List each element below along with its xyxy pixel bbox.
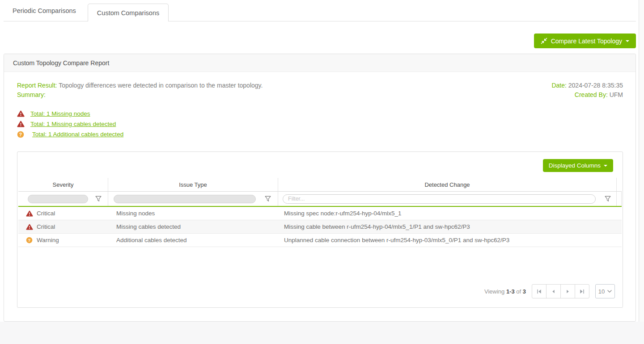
- panel-body: Report Result: Topology differences were…: [4, 72, 636, 321]
- column-header-detected-change[interactable]: Detected Change: [278, 178, 617, 191]
- displayed-columns-label: Displayed Columns: [549, 162, 601, 169]
- column-header-filler: [617, 178, 622, 191]
- summary-list: Total: 1 Missing nodes Total: 1 Missing …: [17, 110, 623, 138]
- viewing-label: Viewing: [484, 288, 504, 295]
- question-warning-icon: [26, 237, 34, 244]
- filter-funnel-icon[interactable]: [95, 196, 102, 202]
- column-header-issue-type[interactable]: Issue Type: [108, 178, 278, 191]
- filter-funnel-icon[interactable]: [265, 196, 271, 202]
- filter-cell-detected-change: [278, 192, 617, 206]
- created-by-label: Created By:: [575, 91, 608, 98]
- critical-warning-icon: [17, 121, 25, 128]
- page-size-select[interactable]: 10: [595, 284, 615, 298]
- critical-warning-icon: [26, 223, 34, 231]
- issue-type-cell: Additional cables detected: [108, 234, 278, 247]
- viewing-range: 1-3: [506, 288, 515, 295]
- filter-cell-filler: [617, 192, 622, 206]
- date-label: Date:: [551, 82, 566, 89]
- report-result-block: Report Result: Topology differences were…: [17, 81, 263, 100]
- created-by-value: UFM: [610, 91, 623, 98]
- compare-latest-topology-button[interactable]: Compare Latest Topology: [534, 34, 636, 48]
- chevron-down-icon: [604, 165, 607, 167]
- next-page-button[interactable]: [560, 284, 575, 298]
- table-filter-row: [18, 192, 622, 207]
- summary-label: Summary:: [17, 91, 46, 98]
- filter-funnel-icon[interactable]: [605, 196, 611, 202]
- first-page-button[interactable]: [532, 284, 547, 298]
- summary-item-missing-cables: Total: 1 Missing cables detected: [17, 120, 623, 128]
- detected-change-filter-input[interactable]: [283, 194, 596, 204]
- issues-table: Severity Issue Type Detected Change: [18, 178, 622, 247]
- report-head: Report Result: Topology differences were…: [17, 81, 623, 100]
- displayed-columns-button[interactable]: Displayed Columns: [543, 159, 613, 172]
- tab-custom-comparisons[interactable]: Custom Comparisons: [88, 4, 169, 21]
- table-toolbar: Displayed Columns: [18, 159, 622, 172]
- panel-title: Custom Topology Compare Report: [13, 59, 109, 67]
- report-meta-block: Date: 2024-07-28 8:35:35 Created By: UFM: [551, 81, 623, 100]
- filter-cell-issue-type: [108, 192, 278, 206]
- main-content: Periodic Comparisons Custom Comparisons …: [4, 0, 636, 322]
- column-header-severity[interactable]: Severity: [18, 178, 108, 191]
- of-label: of: [516, 288, 521, 295]
- detected-change-cell: Missing cable between r-ufm254-hyp-04/ml…: [278, 220, 617, 233]
- table-row[interactable]: Warning Additional cables detected Unpla…: [18, 234, 622, 247]
- page-bottom-background: [0, 322, 644, 344]
- detected-change-cell: Missing spec node:r-ufm254-hyp-04/mlx5_1: [278, 207, 617, 220]
- panel-header: Custom Topology Compare Report: [4, 54, 636, 72]
- issue-type-filter-input[interactable]: [114, 195, 256, 203]
- compare-report-panel: Custom Topology Compare Report Report Re…: [4, 54, 636, 322]
- previous-page-icon: [551, 289, 555, 294]
- scrollbar-track[interactable]: [639, 0, 644, 322]
- filler-cell: [617, 220, 622, 233]
- tab-periodic-comparisons[interactable]: Periodic Comparisons: [4, 0, 85, 21]
- page-size-value: 10: [598, 288, 605, 295]
- filler-cell: [617, 207, 622, 220]
- report-result-label: Report Result:: [17, 82, 57, 89]
- issue-type-cell: Missing nodes: [108, 207, 278, 220]
- compress-arrows-icon: [541, 38, 547, 45]
- chevron-down-icon: [607, 290, 612, 293]
- compare-latest-topology-label: Compare Latest Topology: [551, 38, 622, 45]
- severity-label: Critical: [37, 223, 55, 230]
- summary-link-missing-cables[interactable]: Total: 1 Missing cables detected: [30, 121, 116, 127]
- filler-cell: [617, 234, 622, 247]
- table-header-row: Severity Issue Type Detected Change: [18, 178, 622, 192]
- severity-label: Critical: [37, 210, 55, 217]
- chevron-down-icon: [626, 40, 629, 42]
- date-value: 2024-07-28 8:35:35: [568, 82, 623, 89]
- pagination-buttons: [532, 284, 589, 298]
- severity-label: Warning: [37, 237, 59, 243]
- question-warning-icon: [17, 131, 25, 138]
- last-page-icon: [580, 289, 585, 294]
- filter-cell-severity: [18, 192, 108, 206]
- summary-item-missing-nodes: Total: 1 Missing nodes: [17, 110, 623, 117]
- summary-link-missing-nodes[interactable]: Total: 1 Missing nodes: [30, 110, 90, 117]
- next-page-icon: [566, 289, 570, 294]
- summary-item-additional-cables: Total: 1 Additional cables detected: [17, 130, 623, 138]
- table-row[interactable]: Critical Missing nodes Missing spec node…: [18, 207, 622, 220]
- severity-cell: Warning: [18, 234, 108, 247]
- critical-warning-icon: [17, 110, 25, 117]
- last-page-button[interactable]: [575, 284, 589, 298]
- severity-cell: Critical: [18, 220, 108, 233]
- summary-link-additional-cables[interactable]: Total: 1 Additional cables detected: [32, 131, 123, 138]
- issues-table-card: Displayed Columns Severity Issue Type De…: [17, 151, 623, 308]
- table-row[interactable]: Critical Missing cables detected Missing…: [18, 220, 622, 234]
- pagination-status: Viewing 1-3 of 3: [484, 288, 526, 295]
- first-page-icon: [537, 289, 542, 294]
- pagination: Viewing 1-3 of 3: [18, 284, 622, 298]
- top-toolbar: Compare Latest Topology: [4, 34, 636, 48]
- severity-filter-input[interactable]: [28, 195, 88, 203]
- viewing-total: 3: [523, 288, 526, 295]
- report-result-text: Topology differences were detected in co…: [59, 82, 263, 89]
- tab-bar: Periodic Comparisons Custom Comparisons: [4, 0, 636, 21]
- detected-change-cell: Unplanned cable connection between r-ufm…: [278, 234, 617, 247]
- severity-cell: Critical: [18, 207, 108, 220]
- previous-page-button[interactable]: [546, 284, 561, 298]
- critical-warning-icon: [26, 210, 34, 217]
- issue-type-cell: Missing cables detected: [108, 220, 278, 233]
